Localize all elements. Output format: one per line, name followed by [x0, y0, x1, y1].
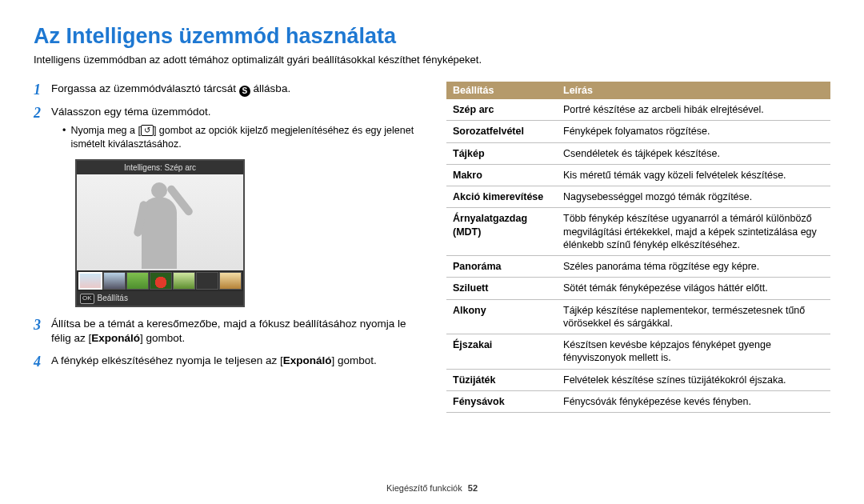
setting-desc: Készítsen kevésbe képzajos fényképet gye… [557, 334, 830, 370]
footer-page-number: 52 [468, 483, 478, 493]
table-row: Akció kimerevítéseNagysebességgel mozgó … [446, 186, 830, 208]
step-3-bold: Exponáló [91, 332, 140, 344]
camera-mode-label: Intelligens: Szép arc [77, 161, 243, 175]
scene-thumb [103, 272, 126, 290]
person-silhouette-icon [137, 182, 181, 270]
setting-name: Éjszakai [446, 334, 557, 370]
scene-thumb [126, 272, 149, 290]
setting-name: Makro [446, 164, 557, 186]
step-1-text-b: állásba. [250, 82, 290, 94]
step-2-sub: • Nyomja meg a [↺] gombot az opciók kije… [51, 124, 426, 151]
scene-thumb [150, 272, 172, 290]
table-row: Árnyalatgazdag (MDT)Több fénykép készíté… [446, 208, 830, 256]
step-3: Állítsa be a témát a keresőmezőbe, majd … [34, 317, 426, 346]
ok-button-label: Beállítás [98, 293, 128, 304]
table-row: SziluettSötét témák fényképezése világos… [446, 278, 830, 299]
step-2-sub-a: Nyomja meg a [ [70, 125, 141, 136]
step-1: Forgassa az üzemmódválasztó tárcsát S ál… [34, 82, 426, 97]
settings-table: Beállítás Leírás Szép arcPortré készítés… [446, 82, 830, 413]
table-row: ÉjszakaiKészítsen kevésbe képzajos fényk… [446, 334, 830, 370]
table-row: MakroKis méretű témák vagy közeli felvét… [446, 164, 830, 186]
table-row: AlkonyTájkép készítése naplementekor, te… [446, 299, 830, 334]
setting-desc: Nagysebességgel mozgó témák rögzítése. [557, 186, 830, 208]
setting-desc: Széles panoráma téma rögzítése egy képre… [557, 256, 830, 278]
setting-name: Árnyalatgazdag (MDT) [446, 208, 557, 256]
table-row: Szép arcPortré készítése az arcbeli hibá… [446, 99, 830, 121]
setting-desc: Fénycsóvák fényképezése kevés fényben. [557, 390, 830, 412]
mode-dial-icon: S [239, 86, 250, 97]
setting-desc: Portré készítése az arcbeli hibák elrejt… [557, 99, 830, 121]
setting-desc: Kis méretű témák vagy közeli felvételek … [557, 164, 830, 186]
bullet-icon: • [62, 124, 66, 151]
setting-desc: Több fénykép készítése ugyanarról a témá… [557, 208, 830, 256]
intro-text: Intelligens üzemmódban az adott témához … [34, 54, 830, 66]
step-4: A fénykép elkészítéséhez nyomja le telje… [34, 354, 426, 368]
step-1-text-a: Forgassa az üzemmódválasztó tárcsát [51, 82, 239, 94]
scene-thumbnails [77, 270, 243, 291]
setting-name: Tájkép [446, 142, 557, 164]
setting-name: Akció kimerevítése [446, 186, 557, 208]
setting-name: Alkony [446, 299, 557, 334]
back-button-icon: ↺ [141, 125, 154, 136]
scene-thumb [78, 272, 102, 290]
setting-name: Sorozatfelvétel [446, 121, 557, 142]
step-2: Válasszon egy téma üzemmódot. • Nyomja m… [34, 105, 426, 307]
scene-thumb [173, 272, 195, 290]
setting-desc: Tájkép készítése naplementekor, természe… [557, 299, 830, 334]
table-row: TüzijátékFelvételek készítése színes tüz… [446, 369, 830, 390]
footer-section: Kiegészítő funkciók [386, 483, 462, 493]
setting-desc: Fényképek folyamatos rögzítése. [557, 121, 830, 142]
step-2-text: Válasszon egy téma üzemmódot. [51, 106, 211, 118]
setting-desc: Sötét témák fényképezése világos háttér … [557, 278, 830, 299]
ok-button-icon: OK [80, 294, 94, 304]
settings-header-name: Beállítás [446, 82, 557, 99]
steps-column: Forgassa az üzemmódválasztó tárcsát S ál… [34, 82, 426, 413]
scene-thumb [196, 272, 218, 290]
camera-viewfinder [77, 174, 243, 270]
setting-name: Panoráma [446, 256, 557, 278]
step-3-text-b: ] gombot. [140, 332, 185, 344]
settings-column: Beállítás Leírás Szép arcPortré készítés… [446, 82, 830, 413]
scene-thumb [219, 272, 242, 290]
table-row: TájképCsendéletek és tájképek készítése. [446, 142, 830, 164]
setting-name: Fénysávok [446, 390, 557, 412]
table-row: FénysávokFénycsóvák fényképezése kevés f… [446, 390, 830, 412]
setting-desc: Felvételek készítése színes tüzijátékokr… [557, 369, 830, 390]
setting-name: Sziluett [446, 278, 557, 299]
camera-preview: Intelligens: Szép arc [75, 159, 245, 307]
table-row: SorozatfelvételFényképek folyamatos rögz… [446, 121, 830, 142]
setting-name: Szép arc [446, 99, 557, 121]
settings-header-desc: Leírás [557, 82, 830, 99]
step-4-bold: Exponáló [283, 354, 332, 366]
table-row: PanorámaSzéles panoráma téma rögzítése e… [446, 256, 830, 278]
step-4-text-a: A fénykép elkészítéséhez nyomja le telje… [51, 354, 283, 366]
setting-name: Tüzijáték [446, 369, 557, 390]
page-title: Az Intelligens üzemmód használata [34, 24, 830, 49]
setting-desc: Csendéletek és tájképek készítése. [557, 142, 830, 164]
page-footer: Kiegészítő funkciók 52 [0, 483, 864, 493]
step-4-text-b: ] gombot. [331, 354, 376, 366]
